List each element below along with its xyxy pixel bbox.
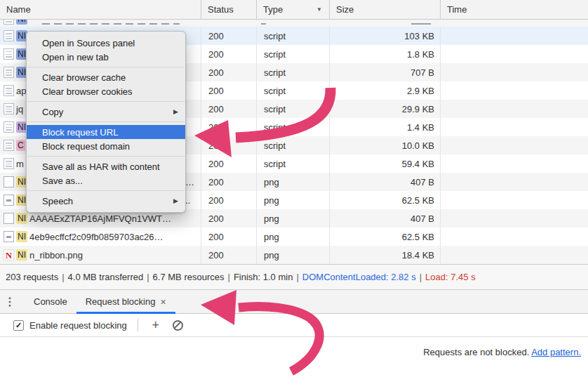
tab-console[interactable]: Console: [25, 290, 76, 313]
menu-item-label: Block request URL: [42, 127, 118, 138]
search-match-highlight: NI: [16, 231, 27, 242]
menu-item-label: Clear browser cache: [42, 72, 126, 83]
request-name: m: [16, 159, 24, 169]
size-cell: 62.5 KB: [330, 191, 441, 209]
time-cell: [441, 63, 588, 81]
menu-separator: [27, 67, 185, 67]
summary-segment: 6.7 MB resources: [153, 272, 225, 282]
devtools-network-panel: Name Status Type ▼ Size Time NI NI200scr…: [0, 0, 588, 389]
size-cell: 18.4 KB: [330, 246, 441, 264]
status-cell: 200: [201, 63, 257, 81]
table-row-partial[interactable]: NI: [0, 20, 588, 27]
menu-item-clear-browser-cookies[interactable]: Clear browser cookies: [27, 84, 185, 98]
type-cell: png: [257, 246, 330, 264]
name-cell: NIn_ribbon.png: [0, 246, 201, 264]
status-cell: 200: [201, 228, 257, 246]
column-label: Name: [6, 4, 31, 15]
summary-segment: Finish: 1.0 min: [234, 272, 293, 282]
menu-separator: [27, 101, 185, 102]
request-name: 4eb9ecffcf2c09fb0859703ac26…: [29, 232, 163, 242]
status-cell: 200: [201, 100, 257, 118]
column-header-time[interactable]: Time: [441, 0, 588, 19]
menu-item-block-request-url[interactable]: Block request URL: [27, 125, 185, 139]
table-row[interactable]: NI4eb9ecffcf2c09fb0859703ac26…200png62.5…: [0, 228, 588, 246]
summary-segment: Load: 7.45 s: [425, 272, 476, 282]
close-icon[interactable]: ×: [160, 296, 166, 308]
table-row[interactable]: NIn_ribbon.png200png18.4 KB: [0, 246, 588, 264]
time-cell: [441, 81, 588, 100]
request-blocking-content: Requests are not blocked. Add pattern.: [0, 337, 588, 388]
active-tab-underline: [76, 312, 175, 314]
type-cell: png: [257, 173, 330, 191]
status-cell: 200: [201, 246, 257, 264]
search-match-highlight: NI: [16, 249, 27, 261]
menu-item-open-in-new-tab[interactable]: Open in new tab: [27, 50, 185, 64]
status-cell: 200: [201, 118, 257, 136]
script-file-icon: [4, 30, 14, 41]
time-cell: [441, 191, 588, 209]
summary-segment: DOMContentLoaded: 2.82 s: [302, 272, 416, 282]
menu-item-block-request-domain[interactable]: Block request domain: [27, 139, 185, 153]
column-header-size[interactable]: Size: [330, 0, 441, 19]
tab-label: Console: [34, 296, 67, 307]
size-cell: 407 B: [330, 209, 441, 228]
type-cell: script: [257, 63, 330, 81]
script-file-icon: [4, 85, 14, 96]
type-cell: png: [257, 228, 330, 246]
status-cell: 200: [201, 27, 257, 45]
menu-item-open-in-sources-panel[interactable]: Open in Sources panel: [27, 36, 185, 50]
menu-item-label: Open in new tab: [42, 52, 109, 62]
sort-desc-icon: ▼: [316, 6, 322, 13]
remove-all-patterns-icon[interactable]: [173, 320, 183, 331]
request-name: n_ribbon.png: [29, 250, 83, 261]
time-cell: [441, 173, 588, 191]
menu-item-save-all-as-har-with-content[interactable]: Save all as HAR with content: [27, 159, 185, 173]
request-name: ap: [16, 86, 26, 96]
status-cell: 200: [201, 154, 257, 173]
tab-request-blocking[interactable]: Request blocking ×: [76, 290, 175, 313]
search-match-highlight: C: [16, 140, 25, 151]
blank-image-icon: [4, 176, 14, 187]
size-cell: 1.8 KB: [330, 45, 441, 63]
request-name: AAAAExZTAP16AjMFVQn1VWT…: [29, 213, 171, 224]
menu-separator: [27, 121, 185, 122]
time-cell: [441, 118, 588, 136]
add-pattern-icon[interactable]: +: [147, 318, 165, 333]
menu-item-copy[interactable]: Copy▶: [27, 105, 185, 119]
image-thumb-icon: [4, 194, 14, 206]
menu-item-speech[interactable]: Speech▶: [27, 194, 185, 208]
size-cell: 59.4 KB: [330, 154, 441, 173]
summary-separator: |: [296, 272, 298, 282]
menu-item-label: Save all as HAR with content: [42, 161, 160, 172]
add-pattern-link[interactable]: Add pattern.: [531, 347, 581, 357]
size-cell: 707 B: [330, 63, 441, 81]
column-label: Type: [263, 4, 283, 15]
type-cell: script: [257, 154, 330, 173]
request-blocking-toolbar: ✓ Enable request blocking +: [0, 314, 588, 337]
enable-request-blocking-label[interactable]: Enable request blocking: [29, 320, 127, 331]
enable-request-blocking-checkbox[interactable]: ✓: [13, 320, 24, 331]
clipped-text-fragment: [411, 23, 431, 25]
menu-item-save-as[interactable]: Save as...: [27, 173, 185, 187]
clipped-text-fragment: [261, 23, 266, 25]
column-header-status[interactable]: Status: [201, 0, 257, 19]
size-cell: 2.9 KB: [330, 81, 441, 100]
status-cell: 200: [201, 45, 257, 63]
request-name: jq: [16, 104, 23, 114]
summary-separator: |: [420, 272, 422, 282]
toolbar-divider: [138, 319, 138, 331]
search-match-highlight: NI: [16, 213, 27, 224]
summary-separator: |: [62, 272, 64, 282]
menu-item-clear-browser-cache[interactable]: Clear browser cache: [27, 70, 185, 84]
time-cell: [441, 27, 588, 45]
menu-item-label: Open in Sources panel: [42, 38, 135, 48]
network-summary-bar: 203 requests|4.0 MB transferred|6.7 MB r…: [0, 264, 588, 289]
status-cell: 200: [201, 81, 257, 100]
column-header-type[interactable]: Type ▼: [257, 0, 330, 19]
type-cell: script: [257, 118, 330, 136]
type-cell: script: [257, 27, 330, 45]
more-menu-icon[interactable]: ⋮: [0, 290, 20, 313]
menu-item-label: Clear browser cookies: [42, 86, 133, 97]
column-header-name[interactable]: Name: [0, 0, 201, 19]
type-cell: script: [257, 100, 330, 118]
